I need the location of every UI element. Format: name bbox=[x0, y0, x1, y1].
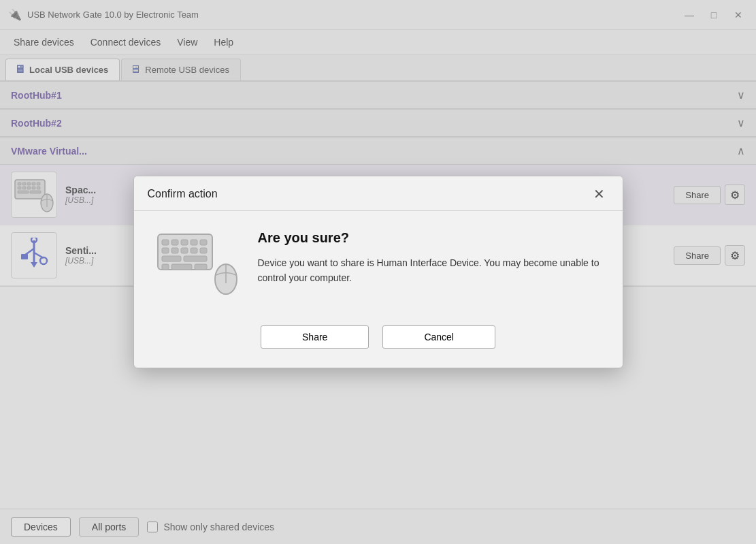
svg-rect-27 bbox=[162, 248, 169, 253]
modal-body: Are you sure? Device you want to share i… bbox=[134, 211, 623, 312]
svg-rect-35 bbox=[171, 264, 192, 270]
modal-overlay: Confirm action ✕ bbox=[0, 0, 756, 544]
modal-title: Confirm action bbox=[148, 188, 218, 200]
svg-rect-33 bbox=[184, 256, 207, 261]
modal-cancel-button[interactable]: Cancel bbox=[382, 325, 495, 349]
svg-rect-34 bbox=[162, 264, 169, 270]
svg-rect-26 bbox=[200, 240, 207, 245]
modal-content: Are you sure? Device you want to share i… bbox=[258, 230, 604, 286]
svg-rect-32 bbox=[162, 256, 181, 261]
svg-rect-31 bbox=[200, 248, 207, 253]
svg-rect-28 bbox=[171, 248, 178, 253]
modal-keyboard-mouse-icon bbox=[157, 230, 238, 298]
svg-rect-22 bbox=[162, 240, 169, 245]
modal-close-button[interactable]: ✕ bbox=[589, 186, 609, 202]
svg-rect-29 bbox=[181, 248, 188, 253]
modal-header: Confirm action ✕ bbox=[134, 176, 623, 211]
modal-footer: Share Cancel bbox=[134, 312, 623, 368]
svg-rect-25 bbox=[191, 240, 197, 245]
svg-rect-24 bbox=[181, 240, 188, 245]
modal-icon-area bbox=[153, 230, 242, 298]
svg-rect-30 bbox=[191, 248, 197, 253]
modal-message: Device you want to share is Human Interf… bbox=[258, 255, 604, 286]
modal-question: Are you sure? bbox=[258, 230, 604, 246]
confirm-modal: Confirm action ✕ bbox=[133, 176, 623, 368]
svg-rect-36 bbox=[195, 264, 207, 270]
modal-share-button[interactable]: Share bbox=[261, 325, 369, 349]
svg-rect-23 bbox=[171, 240, 178, 245]
